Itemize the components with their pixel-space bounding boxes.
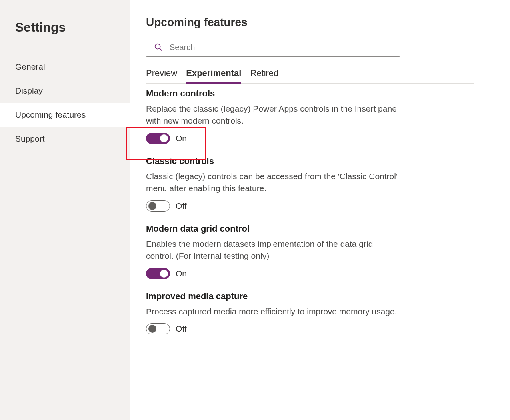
toggle-knob — [160, 270, 168, 278]
sidebar-item-upcoming-features[interactable]: Upcoming features — [0, 103, 130, 127]
sidebar-item-general[interactable]: General — [0, 55, 130, 79]
search-wrapper — [146, 38, 400, 57]
search-icon — [154, 43, 163, 52]
setting-title: Modern data grid control — [146, 224, 402, 234]
sidebar-item-support[interactable]: Support — [0, 127, 130, 151]
svg-line-1 — [160, 48, 162, 51]
setting-description: Process captured media more efficiently … — [146, 306, 402, 318]
toggle-improved-media-capture[interactable] — [146, 323, 170, 334]
setting-improved-media-capture: Improved media capture Process captured … — [146, 291, 402, 334]
main: Upcoming features Preview Experimental R… — [130, 0, 510, 420]
setting-title: Classic controls — [146, 156, 402, 166]
page-title: Upcoming features — [146, 16, 510, 29]
setting-classic-controls: Classic controls Classic (legacy) contro… — [146, 156, 402, 212]
setting-description: Replace the classic (legacy) Power Apps … — [146, 103, 402, 127]
toggle-state-label: On — [176, 134, 187, 143]
sidebar: Settings General Display Upcoming featur… — [0, 0, 130, 420]
setting-modern-controls: Modern controls Replace the classic (leg… — [146, 88, 402, 144]
tab-preview[interactable]: Preview — [146, 65, 177, 83]
toggle-state-label: Off — [176, 201, 187, 211]
sidebar-item-display[interactable]: Display — [0, 79, 130, 103]
toggle-state-label: Off — [176, 324, 187, 334]
setting-modern-data-grid: Modern data grid control Enables the mod… — [146, 224, 402, 279]
search-input[interactable] — [146, 38, 400, 57]
tab-experimental[interactable]: Experimental — [186, 65, 241, 84]
toggle-knob — [148, 325, 156, 333]
tab-retired[interactable]: Retired — [250, 65, 278, 83]
toggle-row: Off — [146, 200, 402, 212]
toggle-knob — [148, 202, 156, 210]
toggle-row: On — [146, 268, 402, 279]
sidebar-title: Settings — [0, 20, 130, 35]
toggle-row: Off — [146, 323, 402, 334]
toggle-row: On — [146, 133, 402, 144]
svg-point-0 — [155, 44, 160, 49]
setting-title: Modern controls — [146, 88, 402, 99]
toggle-state-label: On — [176, 269, 187, 278]
toggle-modern-data-grid[interactable] — [146, 268, 170, 279]
setting-title: Improved media capture — [146, 291, 402, 302]
toggle-classic-controls[interactable] — [146, 200, 170, 212]
toggle-knob — [160, 134, 168, 142]
setting-description: Enables the modern datasets implementati… — [146, 238, 402, 262]
tabs: Preview Experimental Retired — [146, 65, 474, 84]
toggle-modern-controls[interactable] — [146, 133, 170, 144]
setting-description: Classic (legacy) controls can be accesse… — [146, 170, 402, 195]
